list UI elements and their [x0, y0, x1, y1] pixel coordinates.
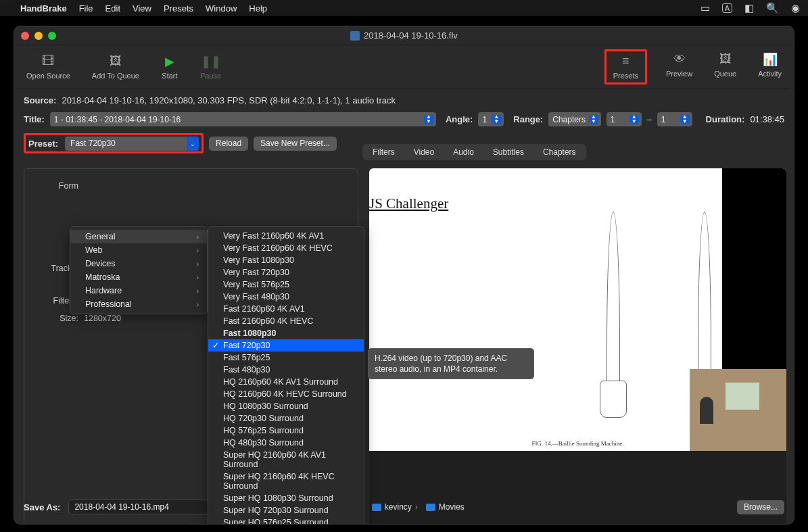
activity-label: Activity	[758, 70, 782, 78]
preset-item[interactable]: Fast 720p30	[208, 339, 364, 352]
start-button[interactable]: ▶ Start	[158, 51, 181, 82]
preset-item[interactable]: Very Fast 720p30	[208, 266, 364, 279]
preset-item[interactable]: Very Fast 1080p30	[208, 254, 364, 266]
tab-subtitles[interactable]: Subtitles	[483, 145, 533, 160]
preset-item[interactable]: Super HQ 1080p30 Surround	[208, 492, 364, 504]
tab-filters[interactable]: Filters	[363, 145, 404, 160]
category-devices[interactable]: Devices›	[70, 257, 207, 270]
activity-icon: 📊	[761, 52, 779, 67]
menu-window[interactable]: Window	[206, 3, 237, 14]
category-hardware[interactable]: Hardware›	[70, 284, 207, 297]
preview-doc-title: JS Challenger	[369, 195, 448, 212]
close-button[interactable]	[21, 32, 29, 40]
folder-icon	[426, 504, 435, 511]
preset-item[interactable]: Fast 576p25	[208, 352, 364, 364]
preset-item[interactable]: HQ 1080p30 Surround	[208, 400, 364, 412]
zoom-button[interactable]	[48, 32, 56, 40]
window-title: 2018-04-04 19-10-16.flv	[364, 30, 458, 41]
preset-item[interactable]: HQ 576p25 Surround	[208, 425, 364, 437]
preset-item[interactable]: Fast 480p30	[208, 364, 364, 376]
menu-edit[interactable]: Edit	[105, 3, 120, 14]
preset-item[interactable]: HQ 720p30 Surround	[208, 412, 364, 425]
start-label: Start	[162, 72, 177, 80]
preset-item[interactable]: Very Fast 576p25	[208, 279, 364, 291]
size-label: Size:	[35, 314, 84, 323]
battery-icon[interactable]: ▭	[700, 2, 710, 14]
category-web[interactable]: Web›	[70, 243, 207, 257]
menu-file[interactable]: File	[79, 3, 93, 14]
preset-tooltip: H.264 video (up to 720p30) and AAC stere…	[368, 348, 534, 379]
preset-item[interactable]: HQ 2160p60 4K AV1 Surround	[208, 376, 364, 388]
category-professional[interactable]: Professional›	[70, 297, 207, 311]
preset-item[interactable]: Fast 2160p60 4K HEVC	[208, 315, 364, 327]
preset-item[interactable]: HQ 2160p60 4K HEVC Surround	[208, 388, 364, 400]
activity-button[interactable]: 📊 Activity	[755, 49, 784, 84]
add-to-queue-button[interactable]: 🖼 Add To Queue	[89, 51, 142, 82]
preset-select[interactable]: Fast 720p30 ⌄	[65, 137, 199, 151]
preset-item[interactable]: Fast 1080p30	[208, 327, 364, 339]
preset-item[interactable]: Super HQ 576p25 Surround	[208, 516, 364, 525]
format-label: Form	[35, 181, 84, 191]
preset-category-menu: General› Web› Devices› Matroska› Hardwar…	[70, 226, 208, 314]
preset-item[interactable]: Very Fast 2160p60 4K AV1	[208, 230, 364, 242]
control-center-icon[interactable]: ◧	[744, 2, 754, 14]
preset-list-menu: Very Fast 2160p60 4K AV1Very Fast 2160p6…	[208, 226, 364, 525]
duration-value: 01:38:45	[750, 114, 784, 124]
save-path-folder[interactable]: Movies	[426, 502, 465, 512]
category-matroska[interactable]: Matroska›	[70, 270, 207, 284]
angle-select[interactable]: 1 ▲▼	[478, 112, 504, 126]
input-source-icon[interactable]: A	[722, 3, 732, 13]
preset-item[interactable]: Very Fast 2160p60 4K HEVC	[208, 242, 364, 254]
tab-audio[interactable]: Audio	[444, 145, 483, 160]
preset-item[interactable]: Super HQ 2160p60 4K HEVC Surround	[208, 470, 364, 492]
range-to-select[interactable]: 1 ▲▼	[657, 112, 692, 126]
browse-button[interactable]: Browse...	[737, 500, 784, 514]
preview-pane: JS Challenger FIG. 14.—Baillie Sounding …	[369, 168, 786, 525]
category-general[interactable]: General›	[70, 230, 207, 243]
presets-label: Presets	[613, 72, 638, 80]
preset-item[interactable]: Very Fast 480p30	[208, 291, 364, 303]
save-as-label: Save As:	[24, 502, 60, 512]
angle-label: Angle:	[446, 114, 473, 124]
preview-button[interactable]: 👁 Preview	[663, 49, 695, 84]
preset-item[interactable]: Super HQ 720p30 Surround	[208, 504, 364, 516]
minimize-button[interactable]	[34, 32, 43, 40]
title-value: 1 - 01:38:45 - 2018-04-04 19-10-16	[54, 115, 181, 124]
range-type-value: Chapters	[552, 115, 586, 124]
range-from-value: 1	[611, 115, 615, 124]
pause-label: Pause	[200, 72, 221, 80]
presets-button[interactable]: ≡ Presets	[611, 51, 641, 82]
preset-item[interactable]: Super HQ 2160p60 4K AV1 Surround	[208, 449, 364, 470]
preset-label: Preset:	[28, 139, 58, 149]
queue-icon: 🖼	[717, 52, 734, 67]
reload-button[interactable]: Reload	[209, 137, 248, 151]
menu-presets[interactable]: Presets	[164, 3, 193, 14]
spotlight-icon[interactable]: 🔍	[766, 2, 779, 14]
menu-help[interactable]: Help	[249, 3, 267, 14]
title-select[interactable]: 1 - 01:38:45 - 2018-04-04 19-10-16 ▲▼	[50, 112, 436, 126]
sliders-icon: ≡	[617, 54, 634, 69]
preset-item[interactable]: Fast 2160p60 4K AV1	[208, 303, 364, 315]
app-name[interactable]: HandBrake	[20, 3, 67, 14]
save-bar: Save As: To: kevincy› Movies Browse...	[24, 500, 784, 514]
tab-video[interactable]: Video	[404, 145, 444, 160]
queue-button[interactable]: 🖼 Queue	[711, 49, 739, 84]
content-area: Source: 2018-04-04 19-10-16, 1920x1080, …	[14, 89, 794, 170]
preset-item[interactable]: HQ 480p30 Surround	[208, 437, 364, 449]
range-from-select[interactable]: 1 ▲▼	[607, 112, 642, 126]
siri-icon[interactable]: ◉	[791, 2, 800, 14]
add-to-queue-icon: 🖼	[107, 54, 124, 69]
toolbar: 🎞 Open Source 🖼 Add To Queue ▶ Start ❚❚ …	[14, 45, 794, 89]
source-value: 2018-04-04 19-10-16, 1920x1080, 30.303 F…	[62, 95, 396, 105]
range-type-select[interactable]: Chapters ▲▼	[548, 112, 601, 126]
menu-view[interactable]: View	[133, 3, 151, 14]
tab-chapters[interactable]: Chapters	[533, 145, 586, 160]
save-new-preset-button[interactable]: Save New Preset...	[254, 137, 337, 151]
preview-pip	[690, 369, 786, 451]
save-path-user[interactable]: kevincy›	[372, 502, 418, 512]
folder-icon	[372, 504, 381, 511]
file-icon	[350, 31, 360, 41]
queue-label: Queue	[714, 70, 736, 78]
tabs: Filters Video Audio Subtitles Chapters	[362, 144, 586, 160]
open-source-button[interactable]: 🎞 Open Source	[24, 51, 73, 82]
